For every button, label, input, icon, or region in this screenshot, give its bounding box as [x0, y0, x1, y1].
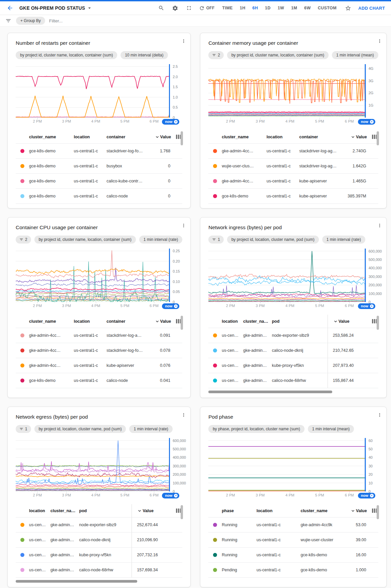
- interval-chip[interactable]: 10 min interval (delta): [121, 51, 168, 59]
- settings-button[interactable]: [171, 4, 179, 12]
- value-column-header[interactable]: Value: [132, 504, 171, 517]
- groupby-fields-chip[interactable]: by phase, project id, location, cluster …: [208, 425, 304, 433]
- table-row[interactable]: us-cen…gke-admin…calico-node-68rhw157,69…: [16, 563, 182, 578]
- table-row[interactable]: gce-k8s-demous-central1-cstackdriver-log…: [16, 144, 182, 159]
- table-row[interactable]: gce-k8s-demous-central1-ccalico-node0: [16, 189, 182, 204]
- table-row[interactable]: Pendingus-central1-cgce-k8s-demo1.000: [208, 563, 378, 578]
- plot[interactable]: now✕: [208, 249, 366, 302]
- now-badge[interactable]: now✕: [162, 119, 179, 125]
- table-row[interactable]: Runningus-central1-cwujie-user-cluster39…: [208, 533, 378, 548]
- value-column-header[interactable]: Value: [146, 315, 171, 328]
- interval-chip[interactable]: 1 min interval (rate): [139, 236, 182, 244]
- dismiss-now-icon[interactable]: ✕: [174, 120, 178, 124]
- table-row[interactable]: us-cen…gke-admin…calico-node-dknlj210,74…: [208, 343, 378, 358]
- table-vertical-scrollbar[interactable]: [377, 316, 379, 330]
- card-menu-button[interactable]: [181, 412, 186, 419]
- time-range-1m[interactable]: 1M: [291, 6, 297, 10]
- interval-chip[interactable]: 1 min interval (mean): [332, 51, 378, 59]
- table-row[interactable]: gke-admin-4cc…us-central1-ckube-apiserve…: [208, 174, 378, 189]
- table-cell: us-cen…: [222, 363, 243, 368]
- add-chart-button[interactable]: ADD CHART: [358, 6, 385, 11]
- dismiss-now-icon[interactable]: ✕: [174, 494, 178, 497]
- value-column-header[interactable]: Value: [337, 504, 367, 517]
- dismiss-now-icon[interactable]: ✕: [370, 120, 374, 124]
- filter-count-chip[interactable]: 2: [208, 51, 224, 59]
- now-badge[interactable]: now✕: [358, 119, 375, 125]
- fullscreen-button[interactable]: [185, 4, 193, 12]
- table-row[interactable]: gce-k8s-demous-central1-ckube-apiserver3…: [208, 189, 378, 204]
- table-row[interactable]: gke-admin-4cc…us-central1-cstackdriver-l…: [208, 144, 378, 159]
- interval-chip[interactable]: 1 min interval (mean): [308, 425, 354, 433]
- table-vertical-scrollbar[interactable]: [377, 131, 379, 145]
- time-range-6w[interactable]: 6W: [304, 6, 311, 10]
- time-range-1w[interactable]: 1W: [277, 6, 284, 10]
- interval-chip[interactable]: 1 min interval (rate): [129, 425, 172, 433]
- card-menu-button[interactable]: [377, 412, 382, 419]
- table-cell: kube-apiserver: [299, 194, 342, 198]
- filter-count-chip[interactable]: 2: [16, 236, 31, 244]
- table-row[interactable]: us-cen…gke-admin…node-exporter-slbz9253,…: [208, 328, 378, 343]
- groupby-fields-chip[interactable]: by project id, cluster name, location, c…: [34, 236, 136, 244]
- table-row[interactable]: gce-k8s-demous-central1-cbusybox0: [16, 159, 182, 174]
- sort-caret-icon: [333, 319, 338, 324]
- table-row[interactable]: wujie-user-clus…us-central1-cstackdriver…: [208, 159, 378, 174]
- groupby-fields-chip[interactable]: by project id, location, cluster name, p…: [34, 425, 126, 433]
- interval-chip[interactable]: 1 min interval (rate): [322, 236, 365, 244]
- dashboard-title-dropdown[interactable]: [86, 5, 92, 11]
- plot[interactable]: now✕: [208, 438, 366, 491]
- value-column-header[interactable]: Value: [342, 130, 367, 143]
- table-row[interactable]: us-cen…gke-admin…calico-node-dknlj210,09…: [16, 533, 182, 548]
- table-row[interactable]: gke-admin-4cc…us-central1-cstackdriver-l…: [16, 328, 182, 343]
- value-column-header[interactable]: Value: [328, 315, 367, 328]
- now-badge[interactable]: now✕: [162, 303, 179, 309]
- now-badge[interactable]: now✕: [358, 303, 375, 309]
- groupby-fields-chip[interactable]: by project id, cluster name, location, c…: [16, 51, 117, 59]
- filter-count-chip[interactable]: 1: [208, 236, 224, 244]
- dismiss-now-icon[interactable]: ✕: [370, 304, 374, 308]
- table-vertical-scrollbar[interactable]: [181, 131, 183, 145]
- table-row[interactable]: gce-k8s-demous-central1-ccalico-kube-con…: [16, 174, 182, 189]
- filter-input[interactable]: [49, 18, 189, 23]
- card-menu-button[interactable]: [181, 223, 186, 229]
- value-column-header[interactable]: Value: [146, 130, 171, 143]
- plot[interactable]: now✕: [16, 64, 170, 118]
- card-menu-button[interactable]: [377, 38, 382, 45]
- table-row[interactable]: Runningus-central1-cgke-admin-4cc9k53.00: [208, 518, 378, 533]
- table-row[interactable]: gke-admin-4cc…us-central1-cstackdriver-l…: [16, 343, 182, 358]
- time-range-custom[interactable]: CUSTOM: [318, 6, 337, 10]
- table-horizontal-scrollbar[interactable]: [16, 580, 137, 583]
- groupby-fields-chip[interactable]: by project id, cluster name, location, c…: [227, 51, 329, 59]
- group-by-chip[interactable]: + Group By: [16, 17, 45, 25]
- plot[interactable]: now✕: [208, 64, 366, 118]
- time-range-6h[interactable]: 6H: [252, 6, 258, 10]
- table-horizontal-scrollbar[interactable]: [208, 391, 332, 393]
- table-row[interactable]: us-cen…gke-admin…kube-proxy-vf5kn207,732…: [16, 548, 182, 563]
- now-badge[interactable]: now✕: [162, 493, 179, 498]
- table-vertical-scrollbar[interactable]: [181, 505, 183, 519]
- table-row[interactable]: Runningus-central1-cgce-k8s-demo16.00: [208, 548, 378, 563]
- filter-count-chip[interactable]: 1: [16, 425, 31, 433]
- groupby-fields-chip[interactable]: by project id, location, cluster name, p…: [227, 236, 319, 244]
- now-badge[interactable]: now✕: [358, 493, 375, 498]
- table-row[interactable]: gke-admin-4cc…us-central1-ckube-apiserve…: [16, 358, 182, 373]
- table-row[interactable]: us-cen…gke-admin…node-exporter-slbz9252,…: [16, 518, 182, 533]
- auto-refresh-control[interactable]: OFF: [199, 5, 215, 11]
- plot[interactable]: now✕: [16, 249, 170, 302]
- table-row[interactable]: us-cen…gke-admin…calico-node-68rhw155,86…: [208, 373, 378, 388]
- dismiss-now-icon[interactable]: ✕: [370, 494, 374, 497]
- card-menu-button[interactable]: [377, 223, 382, 229]
- table-vertical-scrollbar[interactable]: [377, 505, 379, 519]
- back-button[interactable]: [6, 4, 14, 12]
- table-row[interactable]: us-cen…gke-admin…kube-proxy-vf5kn207,973…: [208, 358, 378, 373]
- plot[interactable]: now✕: [16, 438, 170, 491]
- time-range-1d[interactable]: 1D: [265, 6, 271, 10]
- favorite-button[interactable]: [344, 4, 352, 12]
- search-button[interactable]: [158, 4, 165, 12]
- table-row[interactable]: gce-k8s-demous-central1-ccalico-node0.04…: [16, 373, 182, 388]
- dismiss-now-icon[interactable]: ✕: [174, 304, 178, 308]
- time-range-time[interactable]: TIME: [222, 6, 233, 10]
- table-vertical-scrollbar[interactable]: [181, 316, 183, 330]
- card-menu-button[interactable]: [181, 38, 186, 45]
- filter-list-button[interactable]: [5, 17, 12, 24]
- time-range-1h[interactable]: 1H: [240, 6, 245, 10]
